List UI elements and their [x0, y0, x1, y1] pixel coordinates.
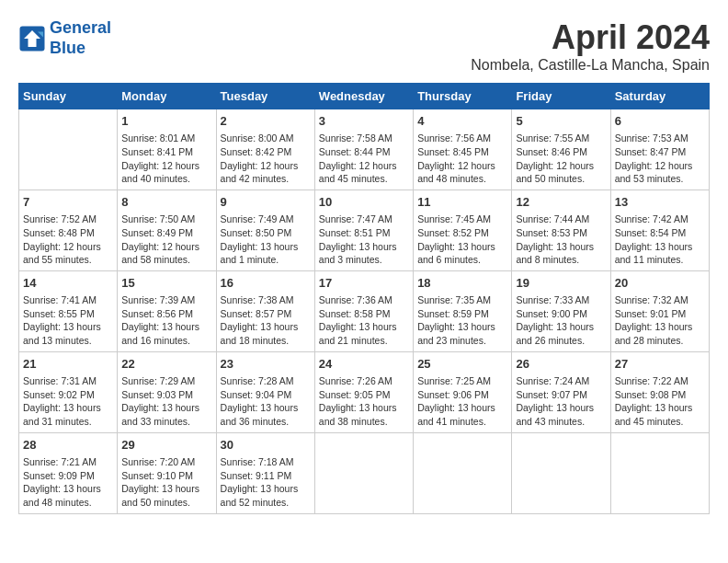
day-info: Sunrise: 7:25 AMSunset: 9:06 PMDaylight:… — [417, 374, 507, 429]
day-number: 22 — [121, 356, 211, 373]
day-cell-17: 17Sunrise: 7:36 AMSunset: 8:58 PMDayligh… — [314, 270, 413, 351]
day-cell-11: 11Sunrise: 7:45 AMSunset: 8:52 PMDayligh… — [414, 190, 512, 270]
weekday-header-thursday: Thursday — [414, 84, 512, 109]
day-cell-24: 24Sunrise: 7:26 AMSunset: 9:05 PMDayligh… — [314, 351, 413, 432]
day-info: Sunrise: 7:33 AMSunset: 9:00 PMDaylight:… — [516, 293, 606, 348]
day-cell-6: 6Sunrise: 7:53 AMSunset: 8:47 PMDaylight… — [610, 109, 709, 190]
day-number: 4 — [417, 113, 507, 130]
day-cell-18: 18Sunrise: 7:35 AMSunset: 8:59 PMDayligh… — [414, 270, 512, 351]
day-info: Sunrise: 7:39 AMSunset: 8:56 PMDaylight:… — [121, 293, 211, 348]
day-info: Sunrise: 7:55 AMSunset: 8:46 PMDaylight:… — [516, 132, 606, 186]
day-info: Sunrise: 7:52 AMSunset: 8:48 PMDaylight:… — [23, 213, 113, 267]
day-info: Sunrise: 7:45 AMSunset: 8:52 PMDaylight:… — [417, 213, 507, 267]
day-info: Sunrise: 7:47 AMSunset: 8:51 PMDaylight:… — [319, 213, 409, 267]
day-number: 1 — [121, 113, 211, 130]
location-subtitle: Nombela, Castille-La Mancha, Spain — [471, 57, 710, 74]
title-block: April 2024 Nombela, Castille-La Mancha, … — [471, 18, 710, 74]
day-info: Sunrise: 8:00 AMSunset: 8:42 PMDaylight:… — [221, 132, 311, 186]
day-cell-8: 8Sunrise: 7:50 AMSunset: 8:49 PMDaylight… — [118, 190, 216, 270]
weekday-header-wednesday: Wednesday — [314, 84, 413, 109]
day-info: Sunrise: 7:38 AMSunset: 8:57 PMDaylight:… — [221, 293, 311, 348]
day-info: Sunrise: 7:53 AMSunset: 8:47 PMDaylight:… — [615, 132, 705, 186]
weekday-header-saturday: Saturday — [610, 84, 709, 109]
week-row-2: 7Sunrise: 7:52 AMSunset: 8:48 PMDaylight… — [19, 190, 710, 270]
day-cell-9: 9Sunrise: 7:49 AMSunset: 8:50 PMDaylight… — [216, 190, 314, 270]
day-number: 2 — [221, 113, 311, 130]
day-info: Sunrise: 7:28 AMSunset: 9:04 PMDaylight:… — [221, 374, 311, 429]
day-number: 24 — [319, 356, 409, 373]
weekday-header-sunday: Sunday — [19, 84, 118, 109]
day-cell-22: 22Sunrise: 7:29 AMSunset: 9:03 PMDayligh… — [118, 351, 216, 432]
empty-cell — [610, 432, 709, 513]
day-info: Sunrise: 7:20 AMSunset: 9:10 PMDaylight:… — [121, 455, 211, 510]
empty-cell — [414, 432, 512, 513]
logo-line2: Blue — [50, 39, 85, 57]
day-number: 17 — [319, 275, 409, 292]
day-cell-3: 3Sunrise: 7:58 AMSunset: 8:44 PMDaylight… — [314, 109, 413, 190]
calendar-body: 1Sunrise: 8:01 AMSunset: 8:41 PMDaylight… — [19, 109, 710, 514]
day-info: Sunrise: 8:01 AMSunset: 8:41 PMDaylight:… — [121, 132, 211, 186]
day-number: 27 — [615, 356, 705, 373]
day-number: 29 — [121, 437, 211, 454]
logo-line1: General — [50, 18, 111, 37]
page-header: General Blue April 2024 Nombela, Castill… — [18, 18, 710, 74]
day-cell-29: 29Sunrise: 7:20 AMSunset: 9:10 PMDayligh… — [118, 432, 216, 513]
day-cell-21: 21Sunrise: 7:31 AMSunset: 9:02 PMDayligh… — [19, 351, 118, 432]
week-row-1: 1Sunrise: 8:01 AMSunset: 8:41 PMDaylight… — [19, 109, 710, 190]
weekday-header-monday: Monday — [118, 84, 216, 109]
empty-cell — [512, 432, 610, 513]
weekday-header-row: SundayMondayTuesdayWednesdayThursdayFrid… — [19, 84, 710, 109]
day-info: Sunrise: 7:18 AMSunset: 9:11 PMDaylight:… — [221, 455, 311, 510]
day-cell-23: 23Sunrise: 7:28 AMSunset: 9:04 PMDayligh… — [216, 351, 314, 432]
day-cell-19: 19Sunrise: 7:33 AMSunset: 9:00 PMDayligh… — [512, 270, 610, 351]
calendar-table: SundayMondayTuesdayWednesdayThursdayFrid… — [18, 83, 710, 514]
day-info: Sunrise: 7:32 AMSunset: 9:01 PMDaylight:… — [615, 293, 705, 348]
week-row-3: 14Sunrise: 7:41 AMSunset: 8:55 PMDayligh… — [19, 270, 710, 351]
day-cell-27: 27Sunrise: 7:22 AMSunset: 9:08 PMDayligh… — [610, 351, 709, 432]
logo-icon — [18, 25, 46, 52]
day-cell-4: 4Sunrise: 7:56 AMSunset: 8:45 PMDaylight… — [414, 109, 512, 190]
logo: General Blue — [18, 18, 111, 58]
day-number: 30 — [221, 437, 311, 454]
day-number: 10 — [319, 194, 409, 211]
day-cell-30: 30Sunrise: 7:18 AMSunset: 9:11 PMDayligh… — [216, 432, 314, 513]
day-number: 11 — [417, 194, 507, 211]
day-number: 21 — [23, 356, 113, 373]
day-number: 25 — [417, 356, 507, 373]
day-cell-7: 7Sunrise: 7:52 AMSunset: 8:48 PMDaylight… — [19, 190, 118, 270]
day-number: 26 — [516, 356, 606, 373]
day-number: 12 — [516, 194, 606, 211]
day-cell-14: 14Sunrise: 7:41 AMSunset: 8:55 PMDayligh… — [19, 270, 118, 351]
day-info: Sunrise: 7:41 AMSunset: 8:55 PMDaylight:… — [23, 293, 113, 348]
weekday-header-friday: Friday — [512, 84, 610, 109]
day-number: 19 — [516, 275, 606, 292]
calendar-header: SundayMondayTuesdayWednesdayThursdayFrid… — [19, 84, 710, 109]
empty-cell — [19, 109, 118, 190]
day-cell-12: 12Sunrise: 7:44 AMSunset: 8:53 PMDayligh… — [512, 190, 610, 270]
empty-cell — [314, 432, 413, 513]
day-info: Sunrise: 7:29 AMSunset: 9:03 PMDaylight:… — [121, 374, 211, 429]
day-number: 15 — [121, 275, 211, 292]
day-number: 5 — [516, 113, 606, 130]
day-info: Sunrise: 7:31 AMSunset: 9:02 PMDaylight:… — [23, 374, 113, 429]
day-info: Sunrise: 7:49 AMSunset: 8:50 PMDaylight:… — [221, 213, 311, 267]
weekday-header-tuesday: Tuesday — [216, 84, 314, 109]
week-row-5: 28Sunrise: 7:21 AMSunset: 9:09 PMDayligh… — [19, 432, 710, 513]
day-cell-16: 16Sunrise: 7:38 AMSunset: 8:57 PMDayligh… — [216, 270, 314, 351]
day-cell-28: 28Sunrise: 7:21 AMSunset: 9:09 PMDayligh… — [19, 432, 118, 513]
day-number: 16 — [221, 275, 311, 292]
day-number: 20 — [615, 275, 705, 292]
day-cell-15: 15Sunrise: 7:39 AMSunset: 8:56 PMDayligh… — [118, 270, 216, 351]
day-number: 14 — [23, 275, 113, 292]
day-info: Sunrise: 7:44 AMSunset: 8:53 PMDaylight:… — [516, 213, 606, 267]
month-year-title: April 2024 — [471, 18, 710, 57]
day-info: Sunrise: 7:35 AMSunset: 8:59 PMDaylight:… — [417, 293, 507, 348]
day-info: Sunrise: 7:26 AMSunset: 9:05 PMDaylight:… — [319, 374, 409, 429]
day-number: 3 — [319, 113, 409, 130]
day-info: Sunrise: 7:21 AMSunset: 9:09 PMDaylight:… — [23, 455, 113, 510]
day-cell-1: 1Sunrise: 8:01 AMSunset: 8:41 PMDaylight… — [118, 109, 216, 190]
day-info: Sunrise: 7:36 AMSunset: 8:58 PMDaylight:… — [319, 293, 409, 348]
day-cell-5: 5Sunrise: 7:55 AMSunset: 8:46 PMDaylight… — [512, 109, 610, 190]
day-number: 9 — [221, 194, 311, 211]
day-number: 7 — [23, 194, 113, 211]
